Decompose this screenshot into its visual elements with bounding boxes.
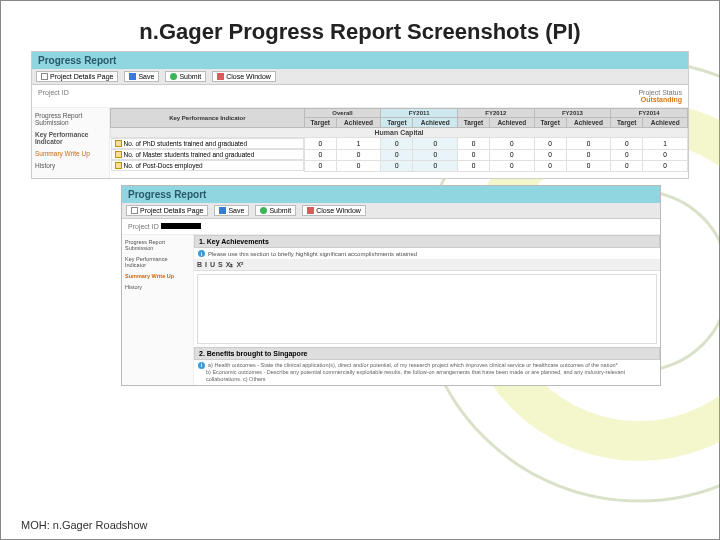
note-icon[interactable] — [115, 140, 122, 147]
nav-submission[interactable]: Progress Report Submission — [35, 112, 106, 126]
page-icon — [41, 73, 48, 80]
col-fy2013: FY2013 — [534, 109, 611, 118]
project-status-value: Outstanding — [641, 96, 682, 103]
slide-footer: MOH: n.Gager Roadshow — [21, 519, 148, 531]
toolbar: Project Details Page Save Submit Close W… — [32, 69, 688, 85]
col-kpi: Key Performance Indicator — [111, 109, 305, 128]
kpi-section-human-capital: Human Capital — [111, 128, 688, 138]
close-window-button[interactable]: Close Window — [302, 205, 366, 216]
nav-summary[interactable]: Summary Write Up — [125, 273, 190, 279]
close-window-button[interactable]: Close Window — [212, 71, 276, 82]
page-icon — [131, 207, 138, 214]
save-icon — [219, 207, 226, 214]
col-achieved: Achieved — [566, 118, 611, 128]
save-icon — [129, 73, 136, 80]
editor-btn-b[interactable]: B — [197, 261, 202, 269]
project-details-button[interactable]: Project Details Page — [36, 71, 118, 82]
kpi-value: 0 — [457, 160, 489, 171]
kpi-panel: Key Performance Indicator Overall FY2011… — [110, 108, 688, 178]
kpi-value: 0 — [490, 149, 535, 160]
project-id-label: Project ID — [38, 89, 69, 96]
kpi-value: 0 — [304, 138, 336, 150]
kpi-value: 0 — [566, 160, 611, 171]
kpi-label: No. of Post-Docs employed — [111, 160, 304, 171]
kpi-value: 1 — [643, 138, 688, 150]
table-row: No. of Post-Docs employed0000000000 — [111, 160, 688, 171]
submit-icon — [260, 207, 267, 214]
kpi-value: 0 — [643, 160, 688, 171]
save-button[interactable]: Save — [214, 205, 249, 216]
kpi-value: 0 — [490, 160, 535, 171]
nav-history[interactable]: History — [35, 162, 106, 169]
nav-kpi[interactable]: Key Performance Indicator — [125, 256, 190, 268]
kpi-value: 0 — [413, 160, 458, 171]
panel-header: Progress Report — [122, 186, 660, 203]
slide-title: n.Gager Progress Report Screenshots (PI) — [1, 19, 719, 45]
col-achieved: Achieved — [643, 118, 688, 128]
col-target: Target — [534, 118, 566, 128]
side-nav: Progress Report Submission Key Performan… — [32, 108, 110, 178]
col-fy2012: FY2012 — [457, 109, 534, 118]
table-row: No. of PhD students trained and graduate… — [111, 138, 688, 150]
kpi-value: 0 — [381, 149, 413, 160]
help-text: Please use this section to briefly highl… — [208, 251, 417, 257]
col-achieved: Achieved — [336, 118, 381, 128]
progress-report-summary-screenshot: Progress Report Project Details Page Sav… — [121, 185, 661, 386]
kpi-value: 0 — [413, 138, 458, 150]
project-id-label: Project ID — [128, 223, 159, 230]
kpi-value: 0 — [413, 149, 458, 160]
kpi-value: 0 — [534, 149, 566, 160]
nav-summary[interactable]: Summary Write Up — [35, 150, 106, 157]
editor-btn-u[interactable]: U — [210, 261, 215, 269]
kpi-value: 0 — [534, 160, 566, 171]
kpi-value: 0 — [304, 160, 336, 171]
project-details-button[interactable]: Project Details Page — [126, 205, 208, 216]
note-icon[interactable] — [115, 151, 122, 158]
kpi-value: 0 — [381, 138, 413, 150]
rich-text-editor[interactable] — [197, 274, 657, 344]
kpi-value: 0 — [457, 138, 489, 150]
editor-btn-s[interactable]: S — [218, 261, 223, 269]
kpi-value: 0 — [336, 149, 381, 160]
nav-submission[interactable]: Progress Report Submission — [125, 239, 190, 251]
save-button[interactable]: Save — [124, 71, 159, 82]
kpi-value: 0 — [336, 160, 381, 171]
kpi-label: No. of PhD students trained and graduate… — [111, 138, 304, 149]
section-key-achievements: 1. Key Achievements — [194, 235, 660, 248]
col-achieved: Achieved — [490, 118, 535, 128]
kpi-value: 0 — [304, 149, 336, 160]
col-fy2014: FY2014 — [611, 109, 688, 118]
kpi-value: 0 — [534, 138, 566, 150]
nav-history[interactable]: History — [125, 284, 190, 290]
kpi-value: 0 — [611, 138, 643, 150]
editor-btn-x₂[interactable]: X₂ — [226, 261, 234, 269]
kpi-value: 0 — [611, 160, 643, 171]
editor-toolbar: BIUSX₂X² — [194, 260, 660, 271]
close-icon — [307, 207, 314, 214]
kpi-value: 0 — [611, 149, 643, 160]
kpi-table: Key Performance Indicator Overall FY2011… — [110, 108, 688, 172]
col-target: Target — [611, 118, 643, 128]
col-overall: Overall — [304, 109, 381, 118]
submit-icon — [170, 73, 177, 80]
col-target: Target — [457, 118, 489, 128]
col-achieved: Achieved — [413, 118, 458, 128]
info-icon: i — [198, 250, 205, 257]
side-nav: Progress Report Submission Key Performan… — [122, 235, 194, 385]
project-status-label: Project Status — [638, 89, 682, 96]
writeup-panel: 1. Key Achievements iPlease use this sec… — [194, 235, 660, 385]
editor-btn-i[interactable]: I — [205, 261, 207, 269]
kpi-value: 1 — [336, 138, 381, 150]
nav-kpi[interactable]: Key Performance Indicator — [35, 131, 106, 145]
kpi-value: 0 — [490, 138, 535, 150]
note-icon[interactable] — [115, 162, 122, 169]
submit-button[interactable]: Submit — [165, 71, 206, 82]
submit-button[interactable]: Submit — [255, 205, 296, 216]
toolbar: Project Details Page Save Submit Close W… — [122, 203, 660, 219]
panel-header: Progress Report — [32, 52, 688, 69]
kpi-value: 0 — [566, 149, 611, 160]
editor-btn-x²[interactable]: X² — [236, 261, 243, 269]
kpi-value: 0 — [381, 160, 413, 171]
kpi-label: No. of Master students trained and gradu… — [111, 149, 304, 160]
benefits-line-b: b) Economic outcomes - Describe any pote… — [206, 369, 656, 383]
